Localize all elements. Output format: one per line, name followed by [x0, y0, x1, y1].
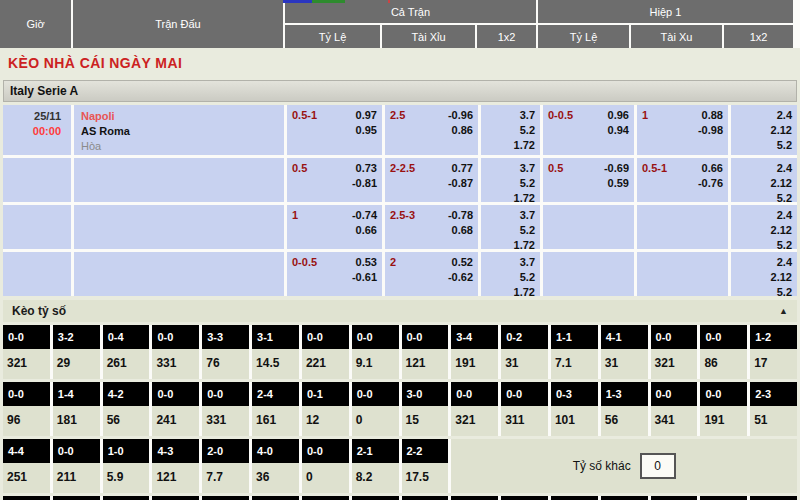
h1-overunder-odds-cell[interactable]: 0.5-10.66-0.76: [637, 158, 728, 202]
score-odds-cell[interactable]: [451, 496, 498, 500]
score-odds-cell[interactable]: 3-114.5: [252, 325, 299, 379]
score-odds-value: 321: [451, 406, 498, 436]
score-odds-cell[interactable]: 2-07.7: [202, 439, 249, 493]
ft-handicap-odds-cell[interactable]: 0-0.50.53-0.61: [287, 252, 382, 296]
score-odds-cell[interactable]: 4-036: [252, 439, 299, 493]
ft-1x2-odds-cell[interactable]: 3.75.21.72: [481, 205, 540, 249]
other-score-input[interactable]: 0: [640, 453, 676, 479]
ft-overunder-odds-cell[interactable]: 2.5-0.960.86: [385, 105, 478, 155]
score-odds-cell[interactable]: 0-4261: [103, 325, 150, 379]
score-odds-cell[interactable]: 3-015: [402, 382, 449, 436]
score-odds-cell[interactable]: [103, 496, 150, 500]
score-odds-cell[interactable]: 3-376: [202, 325, 249, 379]
h1-1x2-odds-cell[interactable]: 2.42.125.2: [731, 158, 797, 202]
score-odds-cell[interactable]: 1-4181: [53, 382, 100, 436]
score-odds-cell[interactable]: [700, 496, 747, 500]
ft-1x2-odds-cell[interactable]: 3.75.21.72: [481, 158, 540, 202]
score-odds-cell[interactable]: 4-3121: [152, 439, 199, 493]
score-label: 0-0: [352, 325, 399, 349]
score-odds-cell[interactable]: 0-096: [3, 382, 50, 436]
ft-handicap-odds-cell[interactable]: 0.5-10.970.95: [287, 105, 382, 155]
score-odds-cell[interactable]: 2-217.5: [402, 439, 449, 493]
collapse-arrow-icon[interactable]: ▲: [779, 306, 788, 316]
h1-handicap-odds-cell[interactable]: [543, 252, 634, 296]
score-odds-cell[interactable]: [252, 496, 299, 500]
score-odds-cell[interactable]: 0-00: [352, 382, 399, 436]
score-odds-cell[interactable]: 4-256: [103, 382, 150, 436]
h1-handicap-odds-cell[interactable]: [543, 205, 634, 249]
score-odds-cell[interactable]: 0-3101: [551, 382, 598, 436]
odds-value: 2.4: [731, 255, 792, 270]
score-odds-cell[interactable]: 0-0321: [451, 382, 498, 436]
h1-overunder-odds-cell[interactable]: [637, 205, 728, 249]
score-odds-cell[interactable]: 0-112: [302, 382, 349, 436]
score-odds-cell[interactable]: [750, 496, 797, 500]
odds-value: 1.72: [481, 238, 535, 249]
ft-overunder-odds-cell[interactable]: 20.52-0.62: [385, 252, 478, 296]
score-odds-cell[interactable]: 0-0341: [651, 382, 698, 436]
h1-overunder-odds-cell[interactable]: [637, 252, 728, 296]
score-odds-cell[interactable]: 3-4191: [451, 325, 498, 379]
score-odds-cell[interactable]: 4-4251: [3, 439, 50, 493]
handicap-line: 0-0.5: [292, 255, 317, 270]
score-odds-cell[interactable]: [651, 496, 698, 500]
score-odds-cell[interactable]: 0-231: [501, 325, 548, 379]
score-label: 2-2: [402, 439, 449, 463]
score-odds-cell[interactable]: [402, 496, 449, 500]
score-odds-cell[interactable]: 1-05.9: [103, 439, 150, 493]
score-odds-cell[interactable]: [302, 496, 349, 500]
handicap-line: 2: [390, 255, 396, 270]
ft-overunder-odds-cell[interactable]: 2.5-3-0.780.68: [385, 205, 478, 249]
score-odds-cell[interactable]: 2-351: [750, 382, 797, 436]
score-odds-cell[interactable]: [3, 496, 50, 500]
score-odds-cell[interactable]: [551, 496, 598, 500]
ft-1x2-odds-cell[interactable]: 3.75.21.72: [481, 252, 540, 296]
score-odds-cell[interactable]: [601, 496, 648, 500]
ft-handicap-odds-cell[interactable]: 1-0.740.66: [287, 205, 382, 249]
score-odds-cell[interactable]: 1-356: [601, 382, 648, 436]
score-odds-cell[interactable]: 0-0191: [700, 382, 747, 436]
col-header-h1-1x2: 1x2: [724, 25, 793, 48]
score-odds-cell[interactable]: 0-086: [700, 325, 747, 379]
score-label: [103, 496, 150, 500]
h1-1x2-odds-cell[interactable]: 2.42.125.2: [731, 105, 797, 155]
score-odds-cell[interactable]: 0-00: [302, 439, 349, 493]
score-odds-cell[interactable]: 0-0311: [501, 382, 548, 436]
score-odds-cell[interactable]: 0-0221: [302, 325, 349, 379]
score-odds-cell[interactable]: 2-18.2: [352, 439, 399, 493]
score-odds-cell[interactable]: 0-0241: [152, 382, 199, 436]
score-odds-cell[interactable]: 4-131: [601, 325, 648, 379]
score-odds-cell[interactable]: 3-229: [53, 325, 100, 379]
h1-handicap-odds-cell[interactable]: 0-0.50.960.94: [543, 105, 634, 155]
score-odds-cell[interactable]: 0-0321: [3, 325, 50, 379]
score-odds-cell[interactable]: 0-0321: [651, 325, 698, 379]
score-odds-cell[interactable]: 0-0211: [53, 439, 100, 493]
odds-table-header: Giờ Trận Đấu Cả Trận Hiệp 1 Tỷ Lệ Tài Xỉ…: [0, 0, 800, 48]
score-odds-cell[interactable]: [501, 496, 548, 500]
h1-1x2-odds-cell[interactable]: 2.42.125.2: [731, 205, 797, 249]
score-label: 0-0: [651, 382, 698, 406]
h1-1x2-odds-cell[interactable]: 2.42.125.2: [731, 252, 797, 296]
score-odds-cell[interactable]: 2-4161: [252, 382, 299, 436]
h1-handicap-odds-cell[interactable]: 0.5-0.690.59: [543, 158, 634, 202]
score-label: 3-4: [451, 325, 498, 349]
ft-handicap-odds-cell[interactable]: 0.50.73-0.81: [287, 158, 382, 202]
score-row: 0-03213-2290-42610-03313-3763-114.50-022…: [3, 325, 797, 379]
odds-value: -0.62: [448, 270, 473, 285]
score-odds-cell[interactable]: [152, 496, 199, 500]
score-odds-cell[interactable]: [202, 496, 249, 500]
score-odds-cell[interactable]: [53, 496, 100, 500]
h1-overunder-odds-cell[interactable]: 10.88-0.98: [637, 105, 728, 155]
score-odds-cell[interactable]: 0-0121: [402, 325, 449, 379]
odds-value: 0.68: [452, 223, 473, 238]
ft-overunder-odds-cell[interactable]: 2-2.50.77-0.87: [385, 158, 478, 202]
score-odds-cell[interactable]: 1-217: [750, 325, 797, 379]
ft-1x2-odds-cell[interactable]: 3.75.21.72: [481, 105, 540, 155]
odds-value: 5.2: [731, 285, 792, 296]
score-odds-cell[interactable]: 0-0331: [152, 325, 199, 379]
score-odds-cell[interactable]: 0-09.1: [352, 325, 399, 379]
score-odds-cell[interactable]: 0-0331: [202, 382, 249, 436]
score-odds-cell[interactable]: [352, 496, 399, 500]
score-odds-cell[interactable]: 1-17.1: [551, 325, 598, 379]
score-odds-value: 161: [252, 406, 299, 436]
